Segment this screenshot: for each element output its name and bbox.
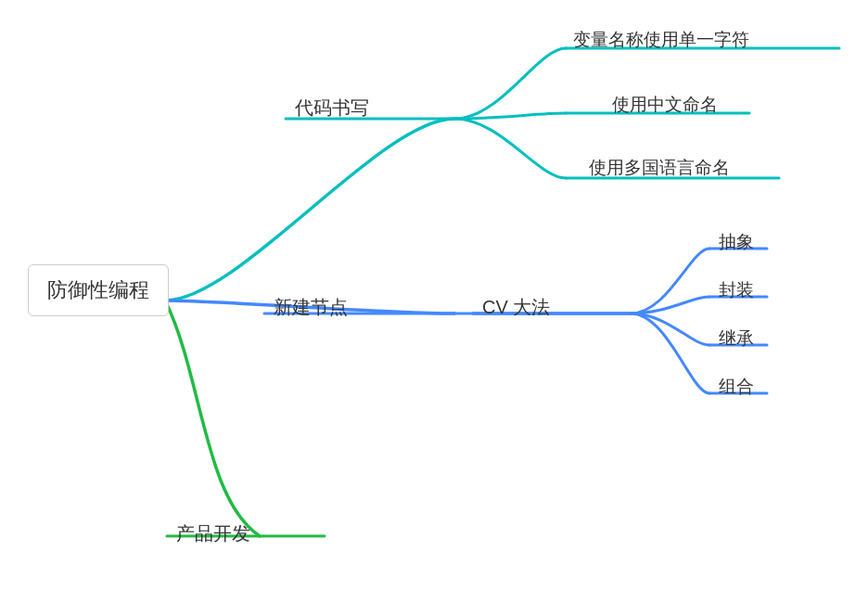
branch-label-product: 产品开发 <box>176 521 250 546</box>
leaf-abstract: 抽象 <box>719 230 754 254</box>
child-label-multilang: 使用多国语言命名 <box>589 156 730 180</box>
child-label-chinese-name: 使用中文命名 <box>612 93 718 117</box>
root-node: 防御性编程 <box>28 264 169 316</box>
child-label-single-char: 变量名称使用单一字符 <box>573 28 749 52</box>
leaf-inherit: 继承 <box>719 326 754 351</box>
branch-label-new-node: 新建节点 <box>274 295 348 320</box>
leaf-encapsulate: 封装 <box>719 278 754 302</box>
leaf-compose: 组合 <box>719 375 754 399</box>
branch-label-code: 代码书写 <box>295 96 369 121</box>
child-label-cv: CV 大法 <box>482 295 550 320</box>
